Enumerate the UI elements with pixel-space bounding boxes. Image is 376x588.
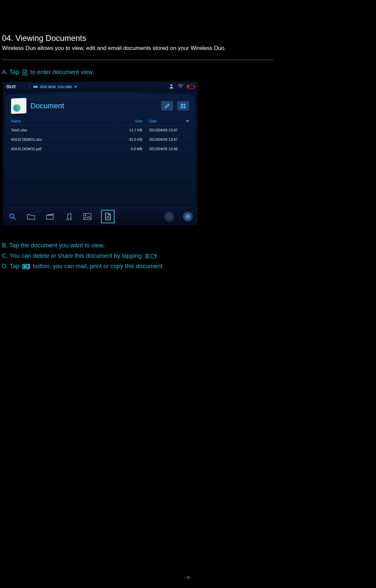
bottom-nav xyxy=(3,208,198,225)
cell-size: 11.7 KB xyxy=(112,128,149,132)
volume-selector[interactable]: HDD NEW_VOLUME xyxy=(33,85,77,89)
section-desc: Wireless Duo allows you to view, edit an… xyxy=(2,45,374,52)
document-icon xyxy=(22,69,27,75)
svg-line-29 xyxy=(189,215,190,216)
panel-icon xyxy=(11,98,26,114)
cell-name: ASUS DEMO1.doc xyxy=(11,137,112,141)
step-a-post: to enter document view. xyxy=(29,69,94,76)
svg-rect-4 xyxy=(33,86,38,88)
svg-point-5 xyxy=(170,84,172,86)
battery-icon xyxy=(187,85,194,89)
edit-button[interactable] xyxy=(161,101,173,111)
step-b-text: B. Tap the document you want to view. xyxy=(2,242,105,249)
chevron-down-icon xyxy=(74,86,77,88)
table-header: Name Size Date xyxy=(6,117,194,125)
user-icon[interactable] xyxy=(169,83,174,90)
svg-rect-7 xyxy=(181,104,183,106)
cell-size: 42.0 KB xyxy=(112,137,149,141)
col-date-label: Date xyxy=(149,119,157,123)
share-icon xyxy=(22,264,30,269)
cell-date: 2013/04/26 13:47 xyxy=(149,128,189,132)
music-icon xyxy=(66,213,72,220)
topbar: /SUS HDD NEW_VOLUME xyxy=(3,82,198,92)
page-number: - 16 - xyxy=(0,576,376,579)
svg-text:/SUS: /SUS xyxy=(6,84,16,89)
svg-line-27 xyxy=(186,215,187,216)
volume-label: HDD NEW_VOLUME xyxy=(40,85,72,89)
nav-video[interactable] xyxy=(45,212,55,222)
cell-name: ASUS DEMO1.pdf xyxy=(11,147,112,151)
app-screenshot: /SUS HDD NEW_VOLUME xyxy=(3,82,198,225)
share-icon xyxy=(151,253,157,259)
section-title: 04. Viewing Documents xyxy=(2,34,374,43)
nav-photo[interactable] xyxy=(82,212,92,222)
hdd-icon xyxy=(33,85,38,89)
nav-settings[interactable] xyxy=(183,212,193,222)
step-d-pre: D. Tap xyxy=(2,263,21,270)
svg-rect-31 xyxy=(151,254,156,258)
clapper-icon xyxy=(46,213,54,220)
cell-size: 4.0 MB xyxy=(112,147,149,151)
cell-name: Test1.xlsx xyxy=(11,128,112,132)
table-row[interactable]: ASUS DEMO1.pdf 4.0 MB 2013/04/26 13:46 xyxy=(6,144,194,154)
svg-rect-9 xyxy=(181,106,183,108)
step-d: D. Tap button, you can mail, print or co… xyxy=(2,263,374,270)
svg-point-22 xyxy=(187,216,189,218)
document-panel: Document xyxy=(6,95,194,208)
svg-point-6 xyxy=(180,87,181,88)
nav-storage[interactable] xyxy=(164,212,174,222)
table-row[interactable]: Test1.xlsx 11.7 KB 2013/04/26 13:47 xyxy=(6,125,194,135)
document-icon xyxy=(104,213,111,221)
step-d-post: button, you can mail, print or copy this… xyxy=(31,263,164,270)
sort-desc-icon xyxy=(186,120,189,122)
folder-icon xyxy=(27,213,35,220)
trash-icon xyxy=(145,253,149,259)
nav-folder[interactable] xyxy=(26,212,36,222)
image-icon xyxy=(83,213,91,220)
svg-rect-10 xyxy=(183,106,185,108)
svg-line-28 xyxy=(189,218,190,219)
nav-search[interactable] xyxy=(7,212,17,222)
panel-title: Document xyxy=(30,102,64,110)
cell-date: 2013/04/26 13:47 xyxy=(149,137,189,141)
grid-view-button[interactable] xyxy=(177,101,189,111)
asus-logo: /SUS xyxy=(6,84,26,90)
svg-rect-32 xyxy=(23,265,27,268)
svg-line-30 xyxy=(186,218,187,219)
search-icon xyxy=(9,213,16,220)
table-row[interactable]: ASUS DEMO1.doc 42.0 KB 2013/04/26 13:47 xyxy=(6,135,194,144)
step-c: C. You can delete or share this document… xyxy=(2,252,374,259)
svg-point-11 xyxy=(10,214,14,218)
gear-icon xyxy=(185,214,191,220)
pencil-icon xyxy=(164,103,170,109)
svg-rect-13 xyxy=(47,215,53,219)
svg-point-18 xyxy=(85,215,86,216)
svg-line-12 xyxy=(13,218,15,220)
col-size[interactable]: Size xyxy=(112,119,149,123)
cell-date: 2013/04/26 13:46 xyxy=(149,147,189,151)
nav-document[interactable] xyxy=(101,210,115,223)
grid-icon xyxy=(180,103,186,109)
svg-rect-8 xyxy=(183,104,185,106)
col-date[interactable]: Date xyxy=(149,119,189,123)
step-a: A. Tap to enter document view. xyxy=(2,69,374,76)
divider xyxy=(2,60,273,60)
step-c-pre: C. You can delete or share this document… xyxy=(2,252,143,259)
col-name[interactable]: Name xyxy=(11,119,112,123)
step-b: B. Tap the document you want to view. xyxy=(2,242,374,249)
step-a-pre: A. Tap xyxy=(2,69,21,76)
wifi-icon[interactable] xyxy=(177,84,183,90)
divider-icon xyxy=(29,84,30,90)
nav-music[interactable] xyxy=(64,212,74,222)
